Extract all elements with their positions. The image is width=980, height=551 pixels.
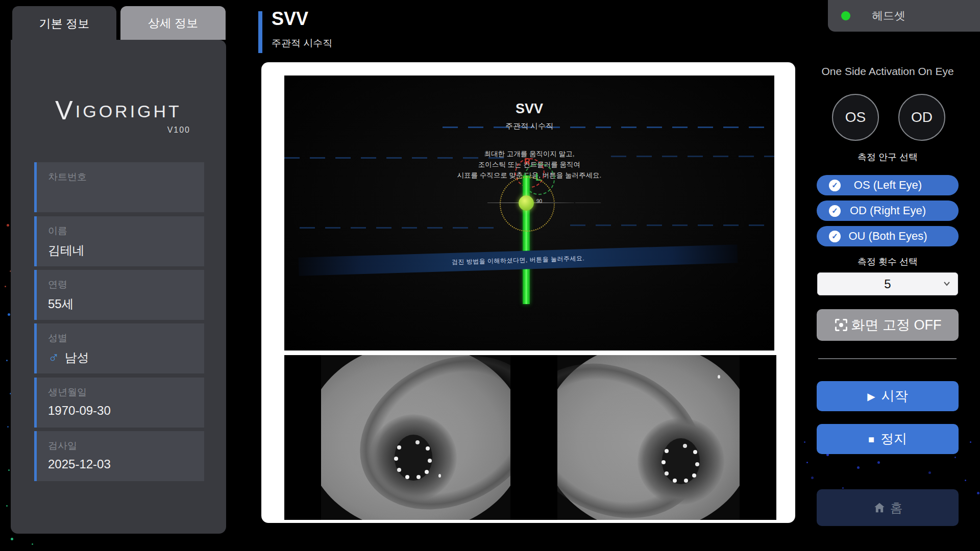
field-exam-date[interactable]: 검사일 2025-12-03: [34, 431, 204, 481]
field-value: 남성: [65, 349, 89, 366]
od-eye-toggle[interactable]: OD: [898, 94, 945, 141]
vr-title: SVV: [284, 101, 774, 117]
os-eye-toggle[interactable]: OS: [832, 94, 879, 141]
stop-icon: ■: [868, 434, 874, 444]
measure-count-label: 측정 횟수 선택: [816, 256, 959, 268]
eye-button-os-left[interactable]: ✓ OS (Left Eye): [817, 175, 959, 195]
eye-button-label: OS (Left Eye): [841, 179, 935, 192]
logo-text: IGORIGHT: [76, 102, 182, 121]
field-value: 1970-09-30: [48, 404, 204, 418]
field-label: 생년월일: [48, 386, 204, 399]
chevron-down-icon: [943, 281, 950, 286]
tab-detail-label: 상세 정보: [148, 15, 198, 31]
banner-text: 검진 방법을 이해하셨다면, 버튼을 눌러주세요.: [452, 254, 585, 267]
vr-subtitle: 주관적 시수직: [284, 121, 774, 131]
stop-label: 정지: [880, 430, 907, 448]
headset-label: 헤드셋: [872, 8, 905, 23]
check-circle-icon: ✓: [829, 231, 841, 242]
od-circle-label: OD: [911, 109, 933, 126]
vigoright-logo: VIGORIGHT V100: [11, 95, 226, 135]
right-eye-marker-label: R: [524, 157, 530, 166]
home-icon: [873, 501, 886, 514]
tab-basic-info[interactable]: 기본 정보: [12, 6, 116, 41]
eye-button-label: OD (Right Eye): [841, 204, 935, 217]
start-label: 시작: [881, 387, 908, 405]
screen-lock-toggle-button[interactable]: 화면 고정 OFF: [817, 309, 959, 341]
svv-horizontal-guide: [575, 203, 601, 203]
field-value: 55세: [48, 296, 204, 312]
dashed-horizon-line: [300, 227, 504, 229]
check-circle-icon: ✓: [829, 180, 841, 191]
right-eye-camera: [557, 355, 740, 520]
play-icon: ▶: [867, 391, 875, 402]
tab-detail-info[interactable]: 상세 정보: [120, 6, 226, 40]
page-title: SVV: [272, 8, 308, 30]
dashed-horizon-line: [570, 224, 769, 226]
patient-sidebar: VIGORIGHT V100 차트번호 이름 김테네 연령 55세 성별 ♂ 남…: [11, 40, 226, 534]
logo-model: V100: [11, 126, 226, 135]
field-age[interactable]: 연령 55세: [34, 270, 204, 320]
one-side-activation-title: One Side Activation On Eye: [816, 65, 959, 78]
particle-background-right: [796, 431, 798, 433]
vr-instruction-banner: 검진 방법을 이해하셨다면, 버튼을 눌러주세요.: [299, 244, 738, 276]
home-button[interactable]: 홈: [817, 489, 959, 526]
reflection-speck: [718, 375, 720, 379]
page-subtitle: 주관적 시수직: [272, 37, 332, 50]
svv-center-target: [519, 195, 534, 211]
field-label: 차트번호: [48, 170, 204, 184]
field-label: 이름: [48, 224, 204, 238]
title-accent-bar: [258, 11, 262, 53]
screen-lock-label: 화면 고정 OFF: [851, 316, 942, 334]
eye-button-od-right[interactable]: ✓ OD (Right Eye): [817, 201, 959, 221]
male-icon: ♂: [48, 352, 60, 364]
field-label: 성별: [48, 332, 204, 345]
panel-divider: [818, 358, 957, 359]
measure-count-select[interactable]: 5: [817, 272, 958, 295]
os-circle-label: OS: [845, 109, 866, 126]
svv-angle-label: 90: [536, 198, 542, 204]
field-gender[interactable]: 성별 ♂ 남성: [34, 323, 204, 373]
field-value: 2025-12-03: [48, 457, 204, 471]
headset-connected-dot: [841, 11, 850, 20]
reflection-speck: [438, 474, 441, 478]
field-label: 연령: [48, 278, 204, 291]
field-name[interactable]: 이름 김테네: [34, 216, 204, 266]
start-button[interactable]: ▶ 시작: [817, 381, 959, 411]
tab-basic-label: 기본 정보: [39, 16, 89, 32]
logo-initial: V: [55, 95, 76, 125]
eye-camera-strip: [284, 355, 776, 520]
particle-background-left: [2, 219, 4, 221]
field-birthdate[interactable]: 생년월일 1970-09-30: [34, 378, 204, 428]
ir-reflection-dots: [681, 461, 683, 463]
eye-button-ou-both[interactable]: ✓ OU (Both Eyes): [817, 226, 959, 246]
check-circle-icon: ✓: [829, 205, 841, 217]
measure-count-value: 5: [884, 277, 891, 291]
field-label: 검사일: [48, 439, 204, 453]
field-value: 김테네: [48, 242, 204, 259]
left-eye-camera: [321, 355, 510, 520]
eye-select-label: 측정 안구 선택: [816, 151, 959, 163]
home-label: 홈: [890, 499, 903, 516]
stop-button[interactable]: ■ 정지: [817, 424, 959, 454]
vr-screen-mirror: SVV 주관적 시수직 최대한 고개를 움직이지 말고, 조이스틱 또는 컨트롤…: [284, 76, 774, 350]
screen-focus-icon: [834, 318, 848, 332]
headset-status: 헤드셋: [828, 0, 980, 32]
eye-button-label: OU (Both Eyes): [841, 230, 935, 243]
field-chart-number[interactable]: 차트번호: [34, 162, 204, 212]
